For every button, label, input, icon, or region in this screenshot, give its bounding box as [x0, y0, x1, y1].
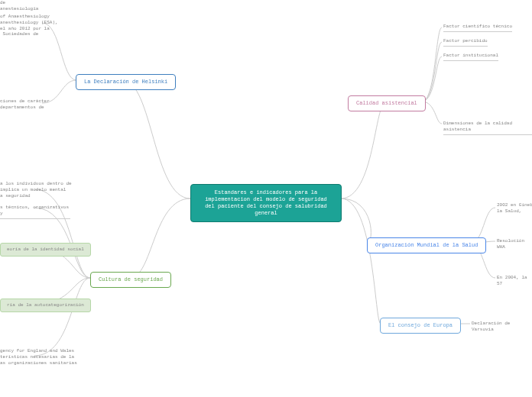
leaf-consejo-d1: Declaración de Varsovia [472, 321, 532, 333]
leaf-helsinki-low: ciones de carácter departamentos de [0, 98, 46, 111]
leaf-helsinki-top: de anestesiología [0, 0, 46, 12]
leaf-cal-f3: Factor institucional [443, 53, 498, 61]
leaf-oms-g1: 2002 en Ginebra la Salud, [497, 202, 532, 215]
root-node[interactable]: Estandares e indicadores para la impleme… [190, 184, 342, 222]
leaf-oms-g2: Resolución WHA [497, 238, 532, 250]
leaf-seg-autocat[interactable]: ría de la autocategorización [0, 299, 91, 312]
node-oms[interactable]: Organización Mundial de la Salud [367, 237, 486, 253]
leaf-cal-f2: Factor percibido [443, 38, 488, 47]
node-seguridad[interactable]: Cultura de seguridad [90, 272, 171, 288]
node-helsinki-label: La Declaración de Helsinki [84, 79, 167, 85]
node-consejo-label: El consejo de Europa [388, 322, 453, 328]
leaf-seg-top: a los individuos dentro de implica un mo… [0, 181, 69, 198]
node-helsinki[interactable]: La Declaración de Helsinki [76, 74, 176, 90]
node-calidad[interactable]: Calidad asistencial [348, 95, 426, 111]
leaf-cal-f1: Factor científico técnico [443, 24, 512, 32]
node-oms-label: Organización Mundial de la Salud [375, 242, 478, 248]
leaf-oms-g3: En 2004, la 57 [497, 275, 532, 287]
leaf-helsinki-mid: of Anaesthesiology anesthesiology (ESA),… [0, 14, 61, 37]
node-consejo[interactable]: El consejo de Europa [380, 318, 461, 334]
root-title: Estandares e indicadores para la impleme… [205, 189, 327, 216]
leaf-seg-org: s técnicos, organizativos y [0, 205, 70, 219]
leaf-cal-dim: Dimensiones de la calidad asistencia [443, 121, 532, 135]
node-calidad-label: Calidad asistencial [356, 100, 417, 106]
node-seguridad-label: Cultura de seguridad [99, 276, 163, 282]
leaf-seg-low: gency for England and Wales terísticas n… [0, 348, 73, 366]
leaf-seg-ident[interactable]: eoría de la identidad social [0, 243, 91, 257]
